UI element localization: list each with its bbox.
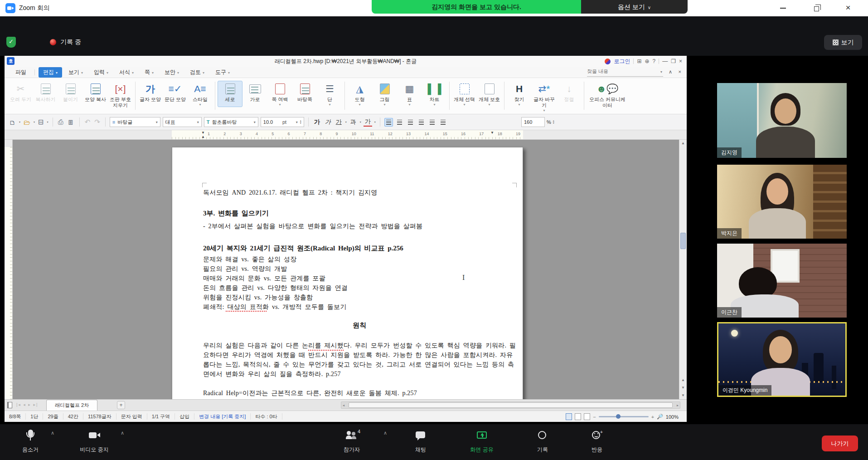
minimize-button[interactable] xyxy=(776,3,790,13)
vertical-scrollbar[interactable]: ▲ ▲ ▼ ▼ xyxy=(679,140,687,399)
hscrollbar-handle[interactable] xyxy=(349,402,673,408)
columns-button[interactable]: ☰단▾ xyxy=(317,81,342,107)
zoom-slider[interactable] xyxy=(599,416,649,417)
zoom-out-icon[interactable]: − xyxy=(593,414,596,420)
find-button[interactable]: H찾기▾ xyxy=(507,81,532,113)
open-folder-icon[interactable]: 🗁 xyxy=(23,118,31,126)
hwp-close-icon[interactable]: × xyxy=(679,58,682,64)
redo-icon[interactable]: ↷ xyxy=(93,118,101,126)
document-tab[interactable]: 래디컬헬프 2차 xyxy=(46,400,97,411)
reactions-button[interactable]: + 반응 xyxy=(572,430,622,454)
zoom-slider-knob[interactable] xyxy=(616,414,621,419)
security-shield-icon[interactable]: ✓ xyxy=(6,37,16,48)
mute-options-chevron[interactable]: ∧ xyxy=(51,430,54,436)
picture-button[interactable]: 그림▾ xyxy=(372,81,397,107)
restore-button[interactable] xyxy=(810,3,823,13)
erase-marks-button[interactable]: [×]조판 부호 지우기 xyxy=(108,81,133,109)
menu-edit[interactable]: 편집▾ xyxy=(39,67,62,78)
left-margin-marker[interactable]: ▼ xyxy=(201,131,205,135)
zoom-in-icon[interactable]: + xyxy=(651,414,654,420)
scrollbar-handle[interactable] xyxy=(680,233,686,249)
split-view-icon[interactable]: ⊕ xyxy=(645,58,649,64)
align-center-button[interactable] xyxy=(406,118,415,127)
scroll-up-icon[interactable]: ▲ xyxy=(679,140,687,147)
style-button[interactable]: A≡스타일▾ xyxy=(188,81,213,107)
copy-format-button[interactable]: 모양 복사 xyxy=(83,81,108,109)
hwp-restore-icon[interactable]: ❐ xyxy=(671,58,676,64)
bold-button[interactable]: 가 xyxy=(313,118,321,126)
paste-button[interactable]: 붙이기 xyxy=(58,81,83,109)
align-justify-button[interactable] xyxy=(384,118,393,127)
preview-icon[interactable]: 🗏 xyxy=(67,118,75,126)
shapes-button[interactable]: ◮도형▾ xyxy=(347,81,372,107)
page-up-icon[interactable]: ▲ xyxy=(679,377,687,384)
right-margin-marker[interactable]: ▼ xyxy=(490,131,494,135)
view-layout-button[interactable]: 보기 xyxy=(824,35,862,50)
close-button[interactable]: × xyxy=(841,3,855,13)
master-page-button[interactable]: 바탕쪽 xyxy=(292,81,317,107)
magnifier-icon[interactable]: 🔎 xyxy=(657,414,663,420)
view-mode-single-icon[interactable] xyxy=(566,413,572,420)
cut-button[interactable]: ✂오려 두기 xyxy=(8,81,33,109)
menu-review[interactable]: 검토▾ xyxy=(185,67,209,78)
font-select[interactable]: T함초롬바탕▾ xyxy=(204,117,258,127)
table-button[interactable]: ▦표▾ xyxy=(397,81,422,107)
participants-button[interactable]: 4 참가자 xyxy=(327,430,377,454)
book-icon[interactable] xyxy=(7,402,12,408)
scroll-left-icon[interactable]: ◂ xyxy=(343,403,344,407)
char-shape-button[interactable]: 가글자 모양 xyxy=(138,81,163,107)
style-preset-select[interactable]: ≡바탕글▾ xyxy=(110,117,160,127)
participant-video[interactable]: 김지영 xyxy=(717,83,847,158)
hwp-minimize-icon[interactable]: — xyxy=(662,58,668,64)
find-input[interactable] xyxy=(587,69,655,74)
font-color-button[interactable]: 가 xyxy=(364,117,372,127)
landscape-button[interactable]: 가로 xyxy=(242,81,267,107)
page-down-icon[interactable]: ▼ xyxy=(679,384,687,391)
status-track-changes[interactable]: 변경 내용 [기록 중지] xyxy=(194,413,251,420)
participant-video-active-speaker[interactable]: 이경민 Kyoungmin xyxy=(717,322,847,397)
new-tab-button[interactable]: + xyxy=(117,401,125,409)
find-close-icon[interactable]: × xyxy=(679,69,681,74)
sort-button[interactable]: ↓정렬 xyxy=(557,81,582,113)
scroll-right-icon[interactable]: ▸ xyxy=(677,403,679,407)
menu-file[interactable]: 파일 xyxy=(11,67,31,78)
align-left-button[interactable] xyxy=(395,118,404,127)
zoom-level-select[interactable]: 160 xyxy=(521,117,545,127)
view-options-button[interactable]: 옵션 보기∨ xyxy=(581,0,688,14)
menu-security[interactable]: 보안▾ xyxy=(160,67,184,78)
leave-button[interactable]: 나가기 xyxy=(822,436,858,451)
view-mode-overview-icon[interactable] xyxy=(584,413,590,420)
para-shape-button[interactable]: ≡✓문단 모양 xyxy=(163,81,188,107)
portrait-button[interactable]: 세로 xyxy=(218,81,242,107)
copy-button[interactable]: 복사하기 xyxy=(33,81,58,109)
menu-view[interactable]: 보기▾ xyxy=(64,67,87,78)
italic-button[interactable]: 가 xyxy=(324,118,332,126)
left-indent-marker[interactable]: ▲ xyxy=(201,135,205,139)
fullscreen-icon[interactable]: ⊞ xyxy=(637,58,641,64)
chart-button[interactable]: ▌▐차트▾ xyxy=(422,81,447,107)
menu-page[interactable]: 쪽▾ xyxy=(140,67,158,78)
record-button[interactable]: 기록 xyxy=(518,430,567,454)
menu-tools[interactable]: 도구▾ xyxy=(211,67,234,78)
login-button[interactable]: 로그인 xyxy=(614,58,630,65)
chat-button[interactable]: 채팅 xyxy=(396,430,446,454)
page-margin-button[interactable]: 쪽 여백▾ xyxy=(267,81,292,107)
menu-format[interactable]: 서식▾ xyxy=(115,67,138,78)
undo-icon[interactable]: ↶ xyxy=(84,118,92,126)
view-mode-facing-icon[interactable] xyxy=(575,413,581,420)
distribute-button[interactable] xyxy=(439,118,447,127)
replace-button[interactable]: ⇄*글자 바꾸기▾ xyxy=(532,81,557,113)
participant-video[interactable]: 박지은 xyxy=(717,165,847,239)
object-protect-button[interactable]: 개체 보호▾ xyxy=(477,81,502,107)
horizontal-scrollbar[interactable]: ◂ ▸ xyxy=(341,401,680,409)
object-select-button[interactable]: 개체 선택▾ xyxy=(452,81,477,107)
outline-select[interactable]: 대표▾ xyxy=(163,117,202,127)
help-icon[interactable]: ? xyxy=(653,58,656,64)
font-size-select[interactable]: 10.0pt▾▴▾ xyxy=(261,117,304,127)
char-effect-button[interactable]: 과 xyxy=(349,118,358,126)
share-screen-button[interactable]: 화면 공유 xyxy=(457,430,507,454)
video-options-chevron[interactable]: ∧ xyxy=(121,430,124,436)
underline-button[interactable]: 가 xyxy=(335,118,343,126)
print-icon[interactable]: ⎙ xyxy=(57,118,64,126)
menu-input[interactable]: 입력▾ xyxy=(89,67,113,78)
